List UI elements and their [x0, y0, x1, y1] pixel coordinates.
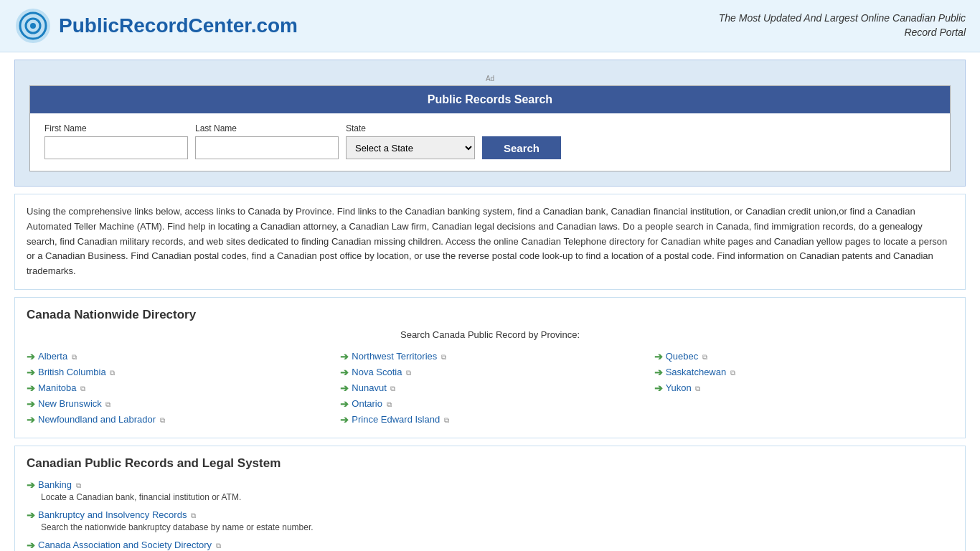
arrow-icon: ➔: [654, 351, 663, 362]
state-field-group: State Select a State Alberta British Col…: [346, 123, 475, 159]
ext-icon: ⧉: [730, 369, 735, 377]
ext-icon: ⧉: [76, 481, 81, 489]
ext-icon: ⧉: [702, 353, 707, 361]
firstname-field-group: First Name: [44, 123, 188, 159]
legal-section-title: Canadian Public Records and Legal System: [27, 456, 953, 471]
ext-icon: ⧉: [72, 353, 77, 361]
list-item: ➔ Saskatchewan ⧉: [654, 364, 953, 380]
ext-icon: ⧉: [216, 542, 221, 550]
arrow-icon: ➔: [340, 414, 349, 425]
arrow-icon: ➔: [27, 414, 35, 425]
list-item: ➔ Prince Edward Island ⧉: [340, 412, 639, 428]
ext-icon: ⧉: [695, 385, 700, 392]
arrow-icon: ➔: [27, 367, 35, 378]
list-item: ➔ Newfoundland and Labrador ⧉: [27, 412, 326, 428]
ext-icon: ⧉: [444, 416, 449, 424]
logo-text: PublicRecordCenter.com: [59, 14, 298, 37]
list-item: ➔ Quebec ⧉: [654, 349, 953, 364]
province-link-on[interactable]: Ontario ⧉: [352, 398, 391, 409]
lastname-input[interactable]: [195, 136, 339, 159]
province-link-nb[interactable]: New Brunswick ⧉: [38, 398, 110, 409]
arrow-icon: ➔: [340, 367, 349, 378]
directory-title: Canada Nationwide Directory: [27, 308, 953, 322]
legal-section: Canadian Public Records and Legal System…: [14, 446, 966, 551]
search-button[interactable]: Search: [482, 136, 561, 159]
arrow-icon: ➔: [27, 540, 35, 551]
description: Using the comprehensive links below, acc…: [14, 194, 966, 290]
search-box: Public Records Search First Name Last Na…: [29, 85, 951, 171]
ext-icon: ⧉: [441, 353, 446, 361]
province-link-ns[interactable]: Nova Scotia ⧉: [352, 367, 411, 377]
province-link-pei[interactable]: Prince Edward Island ⧉: [352, 414, 448, 425]
arrow-icon: ➔: [27, 509, 35, 521]
province-col-2: ➔ Northwest Territories ⧉ ➔ Nova Scotia …: [340, 349, 639, 428]
list-item: ➔ Nova Scotia ⧉: [340, 364, 639, 380]
province-link-yk[interactable]: Yukon ⧉: [666, 382, 701, 393]
ext-icon: ⧉: [110, 369, 115, 377]
lastname-label: Last Name: [195, 123, 339, 133]
list-item: ➔ New Brunswick ⧉: [27, 396, 326, 412]
arrow-icon: ➔: [27, 351, 35, 362]
list-item: ➔ Bankruptcy and Insolvency Records ⧉ Se…: [27, 509, 953, 532]
legal-item-header: ➔ Bankruptcy and Insolvency Records ⧉: [27, 509, 953, 521]
province-header: Search Canada Public Record by Province:: [27, 329, 953, 340]
arrow-icon: ➔: [340, 398, 349, 410]
list-item: ➔ Alberta ⧉: [27, 349, 326, 364]
arrow-icon: ➔: [340, 382, 349, 394]
province-link-bc[interactable]: British Columbia ⧉: [38, 367, 115, 377]
header: PublicRecordCenter.com The Most Updated …: [0, 0, 980, 52]
bankruptcy-desc: Search the nationwide bankruptcy databas…: [41, 522, 953, 532]
banking-desc: Locate a Canadian bank, financial instit…: [41, 492, 953, 502]
search-box-wrapper: Ad Public Records Search First Name Last…: [14, 60, 966, 187]
list-item: ➔ Yukon ⧉: [654, 380, 953, 396]
list-item: ➔ Nunavut ⧉: [340, 380, 639, 396]
province-link-manitoba[interactable]: Manitoba ⧉: [38, 382, 85, 393]
tagline: The Most Updated And Largest Online Cana…: [693, 11, 966, 39]
ext-icon: ⧉: [387, 400, 392, 408]
list-item: ➔ Ontario ⧉: [340, 396, 639, 412]
province-col-3: ➔ Quebec ⧉ ➔ Saskatchewan ⧉ ➔ Yukon ⧉: [654, 349, 953, 428]
banking-link[interactable]: Banking ⧉: [38, 479, 81, 490]
search-fields: First Name Last Name State Select a Stat…: [30, 113, 950, 159]
search-box-title: Public Records Search: [30, 86, 950, 113]
arrow-icon: ➔: [654, 367, 663, 378]
logo-area: PublicRecordCenter.com: [14, 7, 298, 44]
province-link-nu[interactable]: Nunavut ⧉: [352, 382, 395, 393]
ext-icon: ⧉: [80, 385, 85, 392]
directory-section: Canada Nationwide Directory Search Canad…: [14, 297, 966, 438]
list-item: ➔ British Columbia ⧉: [27, 364, 326, 380]
list-item: ➔ Manitoba ⧉: [27, 380, 326, 396]
province-link-nt[interactable]: Northwest Territories ⧉: [352, 351, 446, 362]
list-item: ➔ Canada Association and Society Directo…: [27, 540, 953, 551]
arrow-icon: ➔: [27, 382, 35, 394]
firstname-label: First Name: [44, 123, 188, 133]
list-item: ➔ Banking ⧉ Locate a Canadian bank, fina…: [27, 479, 953, 502]
ext-icon: ⧉: [160, 416, 165, 424]
arrow-icon: ➔: [27, 398, 35, 410]
ext-icon: ⧉: [406, 369, 411, 377]
arrow-icon: ➔: [27, 479, 35, 491]
ext-icon: ⧉: [105, 400, 110, 408]
ad-label: Ad: [29, 75, 951, 83]
svg-point-3: [30, 23, 36, 29]
legal-item-header: ➔ Banking ⧉: [27, 479, 953, 491]
logo-icon: [14, 7, 52, 44]
ext-icon: ⧉: [390, 385, 395, 392]
description-text: Using the comprehensive links below, acc…: [27, 206, 947, 276]
bankruptcy-link[interactable]: Bankruptcy and Insolvency Records ⧉: [38, 509, 196, 520]
ext-icon: ⧉: [191, 512, 196, 519]
province-link-sk[interactable]: Saskatchewan ⧉: [666, 367, 735, 377]
provinces-grid: ➔ Alberta ⧉ ➔ British Columbia ⧉ ➔ Manit…: [27, 349, 953, 428]
state-label: State: [346, 123, 475, 133]
arrow-icon: ➔: [654, 382, 663, 394]
association-link[interactable]: Canada Association and Society Directory…: [38, 540, 221, 550]
province-col-1: ➔ Alberta ⧉ ➔ British Columbia ⧉ ➔ Manit…: [27, 349, 326, 428]
state-select[interactable]: Select a State Alberta British Columbia …: [346, 136, 475, 159]
firstname-input[interactable]: [44, 136, 188, 159]
list-item: ➔ Northwest Territories ⧉: [340, 349, 639, 364]
province-link-nl[interactable]: Newfoundland and Labrador ⧉: [38, 414, 165, 425]
lastname-field-group: Last Name: [195, 123, 339, 159]
legal-item-header: ➔ Canada Association and Society Directo…: [27, 540, 953, 551]
province-link-qc[interactable]: Quebec ⧉: [666, 351, 707, 362]
province-link-alberta[interactable]: Alberta ⧉: [38, 351, 77, 362]
